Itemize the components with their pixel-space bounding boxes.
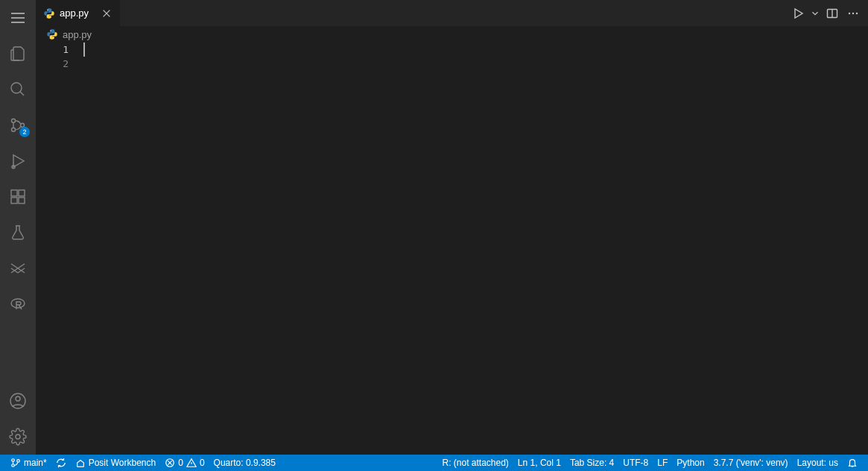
svg-point-9 (11, 299, 25, 308)
svg-point-11 (16, 396, 20, 401)
source-control-icon[interactable]: 2 (0, 107, 36, 143)
svg-point-20 (53, 37, 54, 38)
svg-rect-8 (19, 190, 25, 196)
status-bar: main* Posit Workbench 0 0 Quarto: 0.9.38… (0, 455, 868, 471)
status-cursor-pos[interactable]: Ln 1, Col 1 (513, 455, 566, 471)
svg-point-0 (11, 83, 22, 93)
editor-area: app.py (36, 0, 868, 455)
run-file-icon[interactable] (789, 4, 807, 22)
status-eol[interactable]: LF (653, 455, 672, 471)
tab-label: app.py (60, 7, 89, 19)
more-actions-icon[interactable] (844, 4, 862, 22)
line-number: 1 (36, 42, 69, 57)
svg-point-22 (12, 464, 15, 467)
activity-bar: 2 (0, 0, 36, 455)
scm-badge: 2 (19, 127, 30, 137)
svg-point-19 (50, 31, 51, 31)
accounts-icon[interactable] (0, 383, 36, 419)
status-encoding[interactable]: UTF-8 (618, 455, 653, 471)
testing-icon[interactable] (0, 215, 36, 250)
menu-icon[interactable] (0, 0, 36, 36)
status-r[interactable]: R: (not attached) (437, 455, 513, 471)
line-number: 2 (36, 57, 69, 71)
run-debug-icon[interactable] (0, 143, 36, 179)
svg-point-12 (16, 434, 20, 439)
settings-gear-icon[interactable] (0, 419, 36, 455)
status-bell-icon[interactable] (843, 455, 862, 471)
line-number-gutter: 1 2 (36, 42, 83, 455)
minimap[interactable] (858, 42, 868, 455)
status-workbench[interactable]: Posit Workbench (71, 455, 161, 471)
split-editor-icon[interactable] (823, 4, 841, 22)
svg-point-2 (12, 128, 16, 132)
status-layout[interactable]: Layout: us (793, 455, 843, 471)
search-icon[interactable] (0, 72, 36, 107)
svg-rect-7 (19, 197, 25, 203)
workflow-icon[interactable] (0, 250, 36, 286)
svg-rect-5 (11, 190, 17, 196)
run-dropdown-icon[interactable] (810, 4, 820, 22)
svg-point-16 (849, 12, 850, 13)
python-file-icon (46, 28, 58, 40)
tab-app-py[interactable]: app.py (36, 0, 120, 26)
status-sync-icon[interactable] (51, 455, 71, 471)
svg-point-1 (12, 119, 16, 123)
svg-point-23 (17, 460, 20, 463)
svg-point-21 (12, 459, 15, 462)
svg-point-13 (47, 9, 48, 10)
text-cursor (83, 42, 85, 57)
status-quarto[interactable]: Quarto: 0.9.385 (209, 455, 280, 471)
svg-point-14 (50, 16, 51, 17)
status-language[interactable]: Python (672, 455, 709, 471)
explorer-icon[interactable] (0, 36, 36, 72)
code-editor[interactable]: 1 2 (36, 42, 868, 455)
svg-rect-6 (11, 197, 17, 203)
extensions-icon[interactable] (0, 179, 36, 215)
status-problems[interactable]: 0 0 (160, 455, 209, 471)
svg-point-17 (852, 12, 854, 13)
python-file-icon (43, 7, 55, 19)
code-content[interactable] (83, 42, 858, 455)
svg-point-18 (856, 12, 858, 13)
status-branch[interactable]: main* (6, 455, 51, 471)
breadcrumb-file: app.py (63, 29, 92, 40)
tabs-row: app.py (36, 0, 868, 26)
close-tab-icon[interactable] (101, 7, 113, 19)
breadcrumbs[interactable]: app.py (36, 26, 868, 42)
status-python-version[interactable]: 3.7.7 ('venv': venv) (709, 455, 793, 471)
status-tab-size[interactable]: Tab Size: 4 (566, 455, 618, 471)
r-icon[interactable] (0, 286, 36, 322)
